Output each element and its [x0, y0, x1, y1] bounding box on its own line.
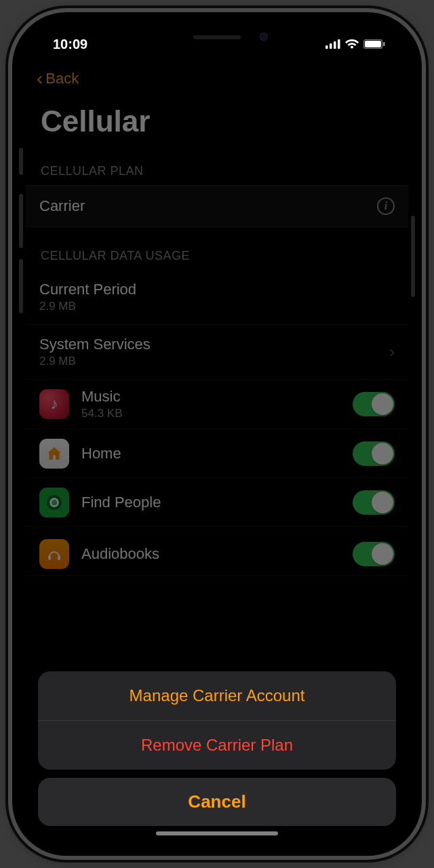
toggle-home[interactable]: [353, 441, 395, 466]
action-sheet-group: Manage Carrier Account Remove Carrier Pl…: [38, 671, 396, 770]
cancel-button[interactable]: Cancel: [38, 778, 396, 826]
section-header-plan: CELLULAR PLAN: [26, 155, 408, 185]
page-title: Cellular: [26, 92, 408, 155]
svg-rect-0: [326, 45, 328, 49]
power-button[interactable]: [411, 216, 415, 297]
app-detail: 54.3 KB: [81, 407, 353, 420]
toggle-find-people[interactable]: [353, 490, 395, 515]
remove-carrier-plan-button[interactable]: Remove Carrier Plan: [38, 721, 396, 770]
app-row-find-people: Find People: [26, 478, 408, 527]
screen: 10:09 ‹ Back Cellular CELLULAR PLAN: [26, 26, 408, 842]
back-chevron-icon[interactable]: ‹: [37, 68, 43, 90]
carrier-row[interactable]: Carrier i: [26, 185, 408, 227]
app-row-home: Home: [26, 429, 408, 478]
notch: [132, 26, 302, 49]
find-people-icon: [39, 488, 69, 517]
app-name: Find People: [81, 494, 353, 511]
svg-rect-8: [58, 555, 60, 560]
home-indicator[interactable]: [156, 831, 278, 835]
manage-carrier-account-button[interactable]: Manage Carrier Account: [38, 671, 396, 721]
app-row-music: ♪ Music 54.3 KB: [26, 380, 408, 429]
content-scroll: ‹ Back Cellular CELLULAR PLAN Carrier i …: [26, 62, 408, 576]
svg-rect-5: [365, 41, 381, 47]
volume-up-button[interactable]: [19, 194, 23, 248]
phone-frame: 10:09 ‹ Back Cellular CELLULAR PLAN: [12, 12, 422, 856]
nav-bar: ‹ Back: [26, 62, 408, 92]
app-name: Audiobooks: [81, 545, 353, 563]
system-services-value: 2.9 MB: [39, 355, 384, 368]
wifi-icon: [344, 39, 359, 50]
svg-rect-7: [48, 555, 51, 560]
app-row-audiobooks: Audiobooks: [26, 527, 408, 576]
music-icon: ♪: [39, 389, 69, 419]
home-icon: [39, 439, 69, 469]
info-icon[interactable]: i: [377, 197, 395, 215]
status-time: 10:09: [53, 37, 87, 52]
svg-rect-3: [338, 39, 340, 49]
current-period-value: 2.9 MB: [39, 300, 395, 313]
current-period-label: Current Period: [39, 281, 395, 298]
volume-down-button[interactable]: [19, 259, 23, 313]
svg-rect-2: [334, 41, 336, 49]
chevron-right-icon: ›: [384, 342, 395, 361]
app-name: Home: [81, 445, 353, 462]
svg-rect-6: [383, 42, 385, 46]
system-services-label: System Services: [39, 336, 384, 353]
app-name: Music: [81, 388, 353, 406]
carrier-label: Carrier: [39, 197, 377, 215]
audiobooks-icon: [39, 539, 69, 569]
toggle-music[interactable]: [353, 392, 395, 416]
toggle-audiobooks[interactable]: [353, 542, 395, 566]
cellular-signal-icon: [326, 39, 340, 49]
svg-rect-1: [330, 43, 332, 49]
current-period-row: Current Period 2.9 MB: [26, 270, 408, 325]
battery-icon: [363, 39, 385, 49]
silent-switch[interactable]: [19, 148, 23, 175]
system-services-row[interactable]: System Services 2.9 MB ›: [26, 325, 408, 380]
section-header-usage: CELLULAR DATA USAGE: [26, 227, 408, 270]
back-button[interactable]: Back: [45, 70, 79, 87]
action-sheet: Manage Carrier Account Remove Carrier Pl…: [38, 671, 396, 826]
